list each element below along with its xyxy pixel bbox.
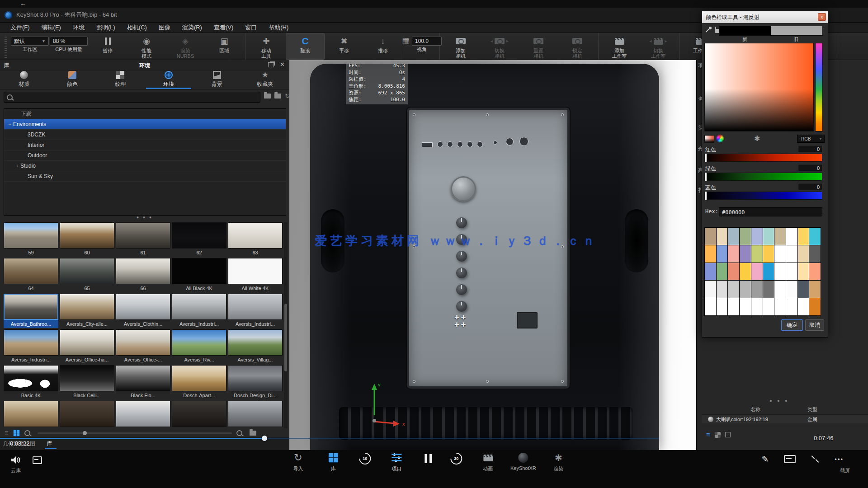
env-thumbnail-basic-4k[interactable]: Basic 4K	[4, 365, 58, 399]
swatch-4-3[interactable]	[740, 298, 751, 315]
ok-button[interactable]: 确定	[781, 319, 803, 331]
menu-item-7[interactable]: 渲染(R)	[176, 23, 208, 33]
panel-splitter-dots[interactable]: ● ● ●	[769, 398, 789, 403]
toolbar-item-fov[interactable]: ▦100.0视角	[406, 33, 438, 60]
swatch-1-1[interactable]	[717, 245, 728, 263]
env-thumbnail-aversis-city-alle---[interactable]: Aversis_City-alle...	[60, 294, 114, 328]
swatch-4-2[interactable]	[728, 298, 739, 315]
env-thumbnail-aversis-office-ha---[interactable]: Aversis_Office-ha...	[60, 329, 114, 364]
env-thumbnail-aversis-bathroo---[interactable]: Aversis_Bathroo...	[4, 294, 58, 328]
swatch-0-4[interactable]	[751, 228, 763, 245]
toolbar-item-camera-lock[interactable]: 锁定 相机	[558, 33, 597, 60]
swatch-2-8[interactable]	[798, 263, 809, 280]
slider-caret[interactable]	[705, 192, 707, 200]
material-row[interactable]: 大喇叭color:192:192:19 金属	[702, 415, 868, 423]
swatch-2-5[interactable]	[763, 263, 774, 280]
slider-track[interactable]	[704, 173, 822, 181]
swatch-4-1[interactable]	[717, 298, 728, 315]
env-thumbnail-aversis-industri---[interactable]: Aversis_Industri...	[172, 294, 226, 328]
slider-value-input[interactable]: 0	[798, 145, 822, 152]
color-mode-select[interactable]: RGB▼	[797, 135, 825, 143]
swatch-0-6[interactable]	[774, 228, 786, 245]
swatch-1-3[interactable]	[740, 245, 751, 263]
swatch-4-6[interactable]	[774, 298, 786, 315]
thumbnail-scrollbar[interactable]	[284, 222, 288, 428]
env-thumbnail-65[interactable]: 65	[60, 258, 114, 292]
menu-item-1[interactable]: 文件(F)	[5, 23, 36, 33]
env-thumbnail-aversis-industri---[interactable]: Aversis_Industri...	[228, 294, 283, 328]
env-thumbnail[interactable]	[60, 401, 114, 427]
swatch-1-4[interactable]	[751, 245, 763, 263]
tree-item-environments[interactable]: −Environments	[4, 119, 286, 130]
library-tab-star[interactable]: ★收藏夹	[241, 70, 289, 89]
library-search-input[interactable]	[15, 94, 252, 101]
toolbar-fov-input[interactable]: 100.0	[412, 37, 442, 46]
swatch-3-9[interactable]	[809, 281, 821, 298]
tree-item---[interactable]: 下载	[4, 109, 286, 119]
env-thumbnail-aversis-villag---[interactable]: Aversis_Villag...	[228, 329, 283, 364]
toolbar-item-tumble[interactable]: C翻滚	[286, 33, 325, 60]
toolbar-grip[interactable]	[5, 35, 7, 58]
volume-icon[interactable]	[11, 456, 21, 464]
toolbar-cpu-usage-input[interactable]: 88 %	[50, 37, 88, 46]
toolbar-item-workspace-select[interactable]: 默认▼工作区	[10, 33, 49, 60]
danmaku-chat-icon[interactable]	[33, 456, 42, 464]
saturation-value-picker[interactable]	[704, 43, 814, 131]
swatch-0-8[interactable]	[798, 228, 809, 245]
notes-pencil-icon[interactable]: ✎	[761, 454, 769, 465]
env-thumbnail[interactable]	[116, 401, 170, 427]
swatch-2-2[interactable]	[728, 263, 739, 280]
swatch-3-5[interactable]	[763, 281, 774, 298]
dialog-title[interactable]: 颜色拾取工具 - 漫反射	[702, 11, 828, 23]
library-tab-image[interactable]: 背景	[193, 70, 241, 89]
menu-item-10[interactable]: 帮助(H)	[263, 23, 294, 33]
slider-value-input[interactable]: 0	[798, 164, 822, 171]
swatch-3-4[interactable]	[751, 281, 763, 298]
swatch-4-8[interactable]	[798, 298, 809, 315]
menu-item-9[interactable]: 窗口	[239, 23, 263, 33]
swatch-0-5[interactable]	[763, 228, 774, 245]
swatch-0-2[interactable]	[728, 228, 739, 245]
add-folder-icon[interactable]	[264, 94, 271, 99]
more-options-icon[interactable]: •••	[835, 456, 844, 463]
swatch-4-4[interactable]	[751, 298, 763, 315]
swatch-1-2[interactable]	[728, 245, 739, 263]
grid-view-icon[interactable]	[13, 430, 20, 436]
swatch-2-6[interactable]	[774, 263, 786, 280]
color-wheel-icon[interactable]	[716, 135, 724, 142]
back-arrow-icon[interactable]: ←	[20, 0, 27, 7]
swatch-1-8[interactable]	[798, 245, 809, 263]
float-panel-icon[interactable]	[268, 62, 274, 67]
swatch-3-7[interactable]	[786, 281, 797, 298]
swatch-3-2[interactable]	[728, 281, 739, 298]
menu-item-5[interactable]: 相机(C)	[121, 23, 153, 33]
settings-gear-icon[interactable]: ✱	[754, 134, 760, 143]
swatch-2-7[interactable]	[786, 263, 797, 280]
toolbar-item-camera-reset[interactable]: 重置 相机	[519, 33, 558, 60]
keyboard-shortcuts-icon[interactable]	[784, 455, 796, 463]
toolbar-item-nurbs[interactable]: ◈渲染 NURBS	[166, 33, 205, 60]
env-thumbnail-66[interactable]: 66	[116, 258, 170, 292]
toolbar-item-dolly[interactable]: ↓推移	[363, 33, 402, 60]
env-thumbnail[interactable]	[228, 401, 283, 427]
env-thumbnail-dosch-design-di---[interactable]: Dosch-Design_Di...	[228, 365, 283, 399]
swatch-3-1[interactable]	[717, 281, 728, 298]
tree-item-studio[interactable]: +Studio	[4, 161, 286, 171]
swatch-1-5[interactable]	[763, 245, 774, 263]
cloud-library-label[interactable]: 云库	[11, 467, 21, 474]
library-tab-sphere[interactable]: 材质	[0, 70, 48, 89]
env-thumbnail-64[interactable]: 64	[4, 258, 58, 292]
tree-item-sun---sky[interactable]: Sun & Sky	[4, 171, 286, 182]
library-tab-globe[interactable]: 环境	[145, 70, 193, 89]
detail-view-icon[interactable]	[725, 432, 731, 437]
slider-caret[interactable]	[705, 154, 707, 162]
env-thumbnail[interactable]	[4, 401, 58, 427]
tree-item-interior[interactable]: Interior	[4, 140, 286, 150]
zoom-in-icon[interactable]	[236, 430, 242, 436]
open-folder-icon[interactable]	[274, 94, 281, 99]
exit-fullscreen-icon[interactable]	[811, 455, 819, 463]
slider-caret[interactable]	[705, 173, 707, 181]
env-thumbnail-59[interactable]: 59	[4, 222, 58, 257]
dialog-close-button[interactable]: x	[818, 13, 826, 21]
env-thumbnail-aversis-industri---[interactable]: Aversis_Industri...	[4, 329, 58, 364]
